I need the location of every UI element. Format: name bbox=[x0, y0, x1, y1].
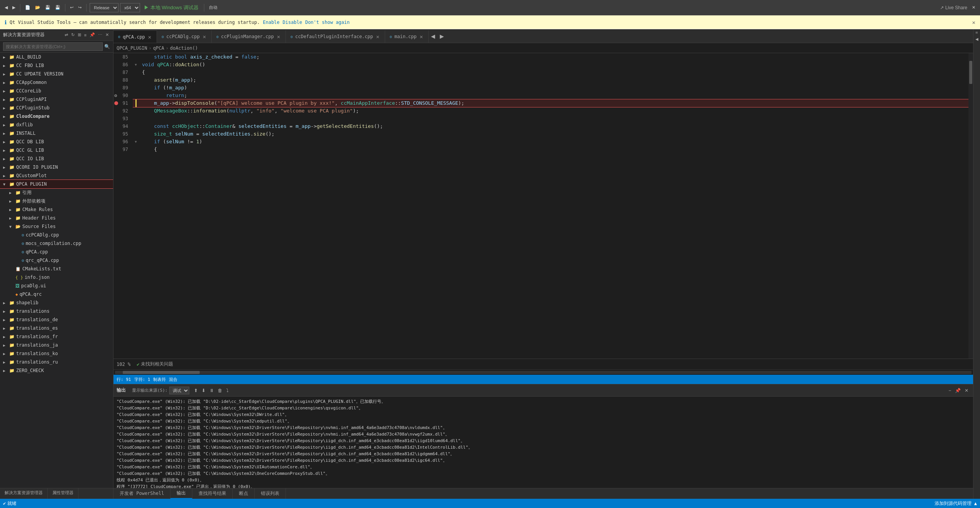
code-line[interactable]: 97 { bbox=[114, 146, 968, 153]
code-line[interactable]: 91 m_app->dispToConsole("[qPCA] welcome … bbox=[114, 99, 968, 107]
status-right[interactable]: 添加到源代码管理 ▲ bbox=[935, 500, 977, 507]
redo-button[interactable]: ↪ bbox=[77, 4, 83, 11]
sidebar-close-button[interactable]: ✕ bbox=[104, 32, 110, 38]
tree-item[interactable]: ▶📁Header Files bbox=[0, 214, 113, 222]
sidebar-filter-button[interactable]: ⊞ bbox=[77, 32, 82, 38]
tree-item[interactable]: { }info.json bbox=[0, 273, 113, 282]
bottom-panel-tab[interactable]: 输出 bbox=[170, 488, 192, 499]
tree-item[interactable]: ▶📁translations_ko bbox=[0, 349, 113, 358]
tree-item[interactable]: ▶📁ZERO_CHECK bbox=[0, 366, 113, 375]
code-line[interactable]: 94 const ccHObject::Container& selectedE… bbox=[114, 122, 968, 130]
build-config-dropdown[interactable]: Release bbox=[90, 3, 119, 12]
tree-item[interactable]: ▶📁CC UPDATE VERSION bbox=[0, 70, 113, 78]
fold-area[interactable]: ▼ bbox=[133, 61, 139, 69]
output-source-select[interactable]: 调试 bbox=[169, 387, 189, 394]
code-line[interactable]: ⚙90 return; bbox=[114, 92, 968, 99]
enable-link[interactable]: Enable bbox=[263, 20, 279, 25]
tree-item[interactable]: ▶📁translations_es bbox=[0, 324, 113, 332]
save-all-button[interactable]: 💾 bbox=[53, 4, 62, 11]
tree-item[interactable]: ▶📁引用 bbox=[0, 188, 113, 197]
output-wrap-button[interactable]: ⤵ bbox=[225, 387, 230, 394]
horizontal-scrollbar-thumb[interactable] bbox=[123, 371, 200, 374]
file-tab[interactable]: ⚙qPCA.cpp✕ bbox=[114, 30, 157, 43]
tree-item[interactable]: ▼📁QPCA PLUGIN bbox=[0, 180, 113, 188]
breadcrumb-method[interactable]: doAction() bbox=[170, 45, 198, 51]
code-line[interactable]: 87{ bbox=[114, 69, 968, 76]
tree-item[interactable]: ▶📁translations_ja bbox=[0, 341, 113, 349]
tab-close-button[interactable]: ✕ bbox=[147, 34, 152, 40]
code-line[interactable]: 95 size_t selNum = selectedEntities.size… bbox=[114, 130, 968, 138]
code-line[interactable]: 93 bbox=[114, 115, 968, 122]
tree-item[interactable]: ⚙qPCA.cpp bbox=[0, 248, 113, 256]
output-close-button[interactable]: ✕ bbox=[963, 387, 970, 394]
breadcrumb-class[interactable]: qPCA bbox=[153, 45, 164, 51]
bottom-panel-tab[interactable]: 查找符号结果 bbox=[192, 488, 233, 499]
sidebar-refresh-button[interactable]: ↻ bbox=[70, 32, 76, 38]
open-button[interactable]: 📂 bbox=[33, 4, 42, 11]
run-button[interactable]: ▶ 本地 Windows 调试器 bbox=[142, 3, 201, 12]
tree-item[interactable]: ▶📁QCORE IO PLUGIN bbox=[0, 163, 113, 171]
code-line[interactable]: 85 static bool axis_z_checked = false; bbox=[114, 53, 968, 61]
output-minimize-button[interactable]: − bbox=[947, 387, 953, 394]
tree-item[interactable]: ▶📁QCC GL LIB bbox=[0, 146, 113, 154]
tree-item[interactable]: ▶📁CCPluginAPI bbox=[0, 95, 113, 104]
sidebar-more-button[interactable]: ⋯ bbox=[97, 32, 104, 38]
dont-show-link[interactable]: Don't show again bbox=[305, 20, 350, 25]
sidebar-tab-solution[interactable]: 解决方案资源管理器 bbox=[0, 488, 48, 499]
tab-scroll-left[interactable]: ◀ bbox=[429, 33, 437, 39]
scrollbar-thumb[interactable] bbox=[969, 61, 972, 84]
tab-scroll-right[interactable]: ▶ bbox=[437, 33, 446, 39]
tree-item[interactable]: ▶📁CCCoreLib bbox=[0, 87, 113, 95]
output-content[interactable]: "CloudCompare.exe" (Win32): 已加载 "D:\02-i… bbox=[114, 397, 973, 488]
tab-close-button[interactable]: ✕ bbox=[419, 34, 424, 40]
tree-item[interactable]: ▶📁CCPluginStub bbox=[0, 104, 113, 112]
sidebar-pin-button[interactable]: 📌 bbox=[88, 32, 96, 38]
breadcrumb-namespace[interactable]: QPCA_PLUGIN bbox=[117, 45, 147, 51]
bottom-panel-tab[interactable]: 开发者 PowerShell bbox=[114, 488, 170, 499]
output-btn-3[interactable]: ⏸ bbox=[208, 387, 215, 394]
code-editor[interactable]: 85 static bool axis_z_checked = false;86… bbox=[114, 53, 968, 359]
tab-close-button[interactable]: ✕ bbox=[276, 34, 281, 40]
file-tab[interactable]: ⚙ccPCADlg.cpp✕ bbox=[157, 30, 212, 43]
output-pin-button[interactable]: 📌 bbox=[953, 387, 962, 394]
tree-item[interactable]: ▶📁外部依赖项 bbox=[0, 197, 113, 205]
tree-item[interactable]: 🖼pcaDlg.ui bbox=[0, 282, 113, 290]
output-btn-2[interactable]: ⬇ bbox=[200, 387, 207, 394]
breakpoint-indicator[interactable] bbox=[114, 101, 118, 105]
tree-item[interactable]: ▶📁dxflib bbox=[0, 121, 113, 129]
new-button[interactable]: 📄 bbox=[23, 4, 32, 11]
tree-item[interactable]: ▶📁INSTALL bbox=[0, 129, 113, 137]
bottom-panel-tab[interactable]: 错误列表 bbox=[255, 488, 286, 499]
code-line[interactable]: 88 assert(m_app); bbox=[114, 76, 968, 84]
sidebar-tab-properties[interactable]: 属性管理器 bbox=[48, 488, 78, 499]
output-clear-button[interactable]: 🗑 bbox=[216, 387, 224, 394]
code-line[interactable]: 92 QMessageBox::information(nullptr, "in… bbox=[114, 107, 968, 115]
code-line[interactable]: 86▼void qPCA::doAction() bbox=[114, 61, 968, 69]
forward-button[interactable]: ▶ bbox=[11, 4, 17, 11]
vertical-scrollbar[interactable] bbox=[968, 53, 973, 359]
tree-item[interactable]: ▶📁CCAppCommon bbox=[0, 78, 113, 87]
right-toolbar-btn-1[interactable]: ≡ bbox=[974, 31, 980, 35]
live-share-button[interactable]: ↗ Live Share bbox=[940, 5, 967, 10]
tree-item[interactable]: 📋CMakeLists.txt bbox=[0, 265, 113, 273]
sidebar-sync-button[interactable]: ⇌ bbox=[63, 32, 69, 38]
tree-item[interactable]: ⚙qrc_qPCA.cpp bbox=[0, 256, 113, 265]
tree-item[interactable]: ▶📁CC FBO LIB bbox=[0, 61, 113, 70]
tree-item[interactable]: ⚙ccPCADlg.cpp bbox=[0, 231, 113, 239]
file-tab[interactable]: ⚙ccPluginManager.cpp✕ bbox=[212, 30, 286, 43]
code-line[interactable]: 89 if (!m_app) bbox=[114, 84, 968, 92]
tree-item[interactable]: ⚙mocs_compilation.cpp bbox=[0, 239, 113, 248]
tree-item[interactable]: ▶📁translations_ru bbox=[0, 358, 113, 366]
tree-item[interactable]: ▶📁shapelib bbox=[0, 298, 113, 307]
sidebar-props-button[interactable]: ≡ bbox=[83, 32, 88, 38]
tab-close-button[interactable]: ✕ bbox=[376, 34, 380, 40]
fold-area[interactable]: ▼ bbox=[133, 138, 139, 146]
info-close-button[interactable]: ✕ bbox=[972, 19, 975, 25]
tree-item[interactable]: ▶📁ALL_BUILD bbox=[0, 53, 113, 61]
tree-item[interactable]: ▶📁QCustomPlot bbox=[0, 171, 113, 180]
sidebar-search-input[interactable] bbox=[3, 42, 103, 51]
tree-item[interactable]: ▶📁CMake Rules bbox=[0, 205, 113, 214]
tab-close-button[interactable]: ✕ bbox=[202, 34, 207, 40]
close-button[interactable]: ✕ bbox=[970, 4, 977, 11]
undo-button[interactable]: ↩ bbox=[68, 4, 75, 11]
